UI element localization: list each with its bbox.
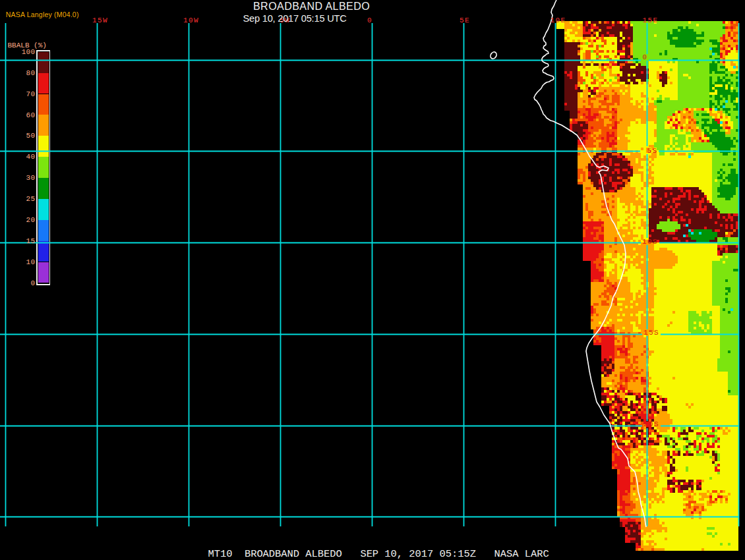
svg-text:0: 0 (367, 16, 372, 24)
svg-text:15W: 15W (92, 16, 108, 24)
svg-text:Sep 10, 2017 05:15 UTC: Sep 10, 2017 05:15 UTC (243, 13, 347, 24)
svg-text:BROADBAND ALBEDO: BROADBAND ALBEDO (253, 1, 370, 12)
svg-text:20S: 20S (643, 420, 659, 428)
svg-text:BBALB (%): BBALB (%) (8, 42, 47, 49)
svg-text:5S: 5S (647, 147, 658, 155)
svg-text:50: 50 (26, 132, 36, 140)
svg-text:70: 70 (26, 90, 36, 98)
svg-text:10: 10 (26, 258, 36, 266)
svg-text:15: 15 (26, 237, 36, 245)
svg-text:MT10 BROADBAND ALBEDO SEP 1: MT10 BROADBAND ALBEDO SEP 10, 2017 05:15… (208, 548, 549, 560)
svg-text:0: 0 (30, 279, 35, 287)
svg-text:10E: 10E (551, 16, 566, 24)
svg-text:15S: 15S (643, 329, 659, 337)
svg-text:80: 80 (26, 69, 36, 77)
svg-text:25: 25 (26, 195, 36, 203)
svg-text:0: 0 (643, 53, 648, 61)
svg-text:10W: 10W (183, 16, 199, 24)
svg-text:10S: 10S (642, 238, 658, 246)
svg-text:20: 20 (26, 216, 36, 224)
svg-text:NASA Langley (M04.0): NASA Langley (M04.0) (6, 11, 79, 18)
svg-text:60: 60 (26, 111, 36, 119)
svg-text:15E: 15E (643, 16, 659, 24)
svg-text:40: 40 (26, 153, 36, 161)
svg-text:30: 30 (26, 174, 36, 182)
svg-text:5E: 5E (460, 16, 470, 24)
